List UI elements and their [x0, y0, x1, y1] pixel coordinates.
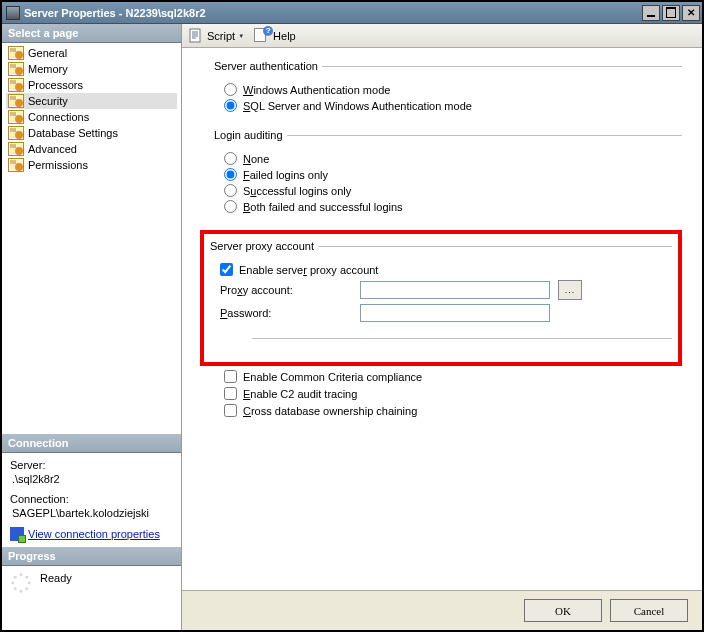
svg-point-5: [14, 587, 17, 590]
checkbox-cross-db[interactable]: [224, 404, 237, 417]
radio-audit-failed[interactable]: [224, 168, 237, 181]
page-icon: [8, 46, 24, 60]
select-page-header: Select a page: [2, 24, 181, 43]
svg-point-4: [20, 590, 23, 593]
proxy-browse-button[interactable]: ...: [558, 280, 582, 300]
radio-sql-windows-auth-label: SQL Server and Windows Authentication mo…: [243, 100, 472, 112]
window-icon: [6, 6, 20, 20]
svg-point-7: [14, 576, 17, 579]
radio-windows-auth[interactable]: [224, 83, 237, 96]
checkbox-c2-audit-label: Enable C2 audit tracing: [243, 388, 357, 400]
server-proxy-group: Server proxy account Enable server proxy…: [210, 240, 672, 328]
help-label: Help: [273, 30, 296, 42]
right-pane: Script ▼ ? Help Server authentication Wi…: [182, 24, 702, 630]
radio-sql-windows-auth[interactable]: [224, 99, 237, 112]
page-item-label: Connections: [28, 111, 89, 123]
server-authentication-legend: Server authentication: [214, 60, 322, 72]
page-item-memory[interactable]: Memory: [6, 61, 177, 77]
script-icon: [188, 28, 204, 44]
page-item-label: Permissions: [28, 159, 88, 171]
page-item-processors[interactable]: Processors: [6, 77, 177, 93]
checkbox-common-criteria-label: Enable Common Criteria compliance: [243, 371, 422, 383]
close-button[interactable]: [682, 5, 700, 21]
chevron-down-icon: ▼: [238, 33, 244, 39]
content-area: Server authentication Windows Authentica…: [182, 48, 702, 590]
page-item-connections[interactable]: Connections: [6, 109, 177, 125]
svg-point-1: [25, 576, 28, 579]
page-item-label: Processors: [28, 79, 83, 91]
page-item-security[interactable]: Security: [6, 93, 177, 109]
page-item-label: Security: [28, 95, 68, 107]
page-icon: [8, 126, 24, 140]
page-icon: [8, 158, 24, 172]
radio-audit-failed-label: Failed logins only: [243, 169, 328, 181]
page-list: General Memory Processors Security Conne…: [2, 43, 181, 175]
radio-windows-auth-label: Windows Authentication mode: [243, 84, 390, 96]
proxy-password-input[interactable]: [360, 304, 550, 322]
radio-audit-both-label: Both failed and successful logins: [243, 201, 403, 213]
page-icon: [8, 78, 24, 92]
maximize-button[interactable]: [662, 5, 680, 21]
progress-spinner-icon: [10, 572, 32, 594]
server-authentication-group: Server authentication Windows Authentica…: [214, 60, 682, 119]
proxy-password-label: Password:: [220, 307, 360, 319]
radio-audit-none[interactable]: [224, 152, 237, 165]
connection-header: Connection: [2, 434, 181, 453]
page-icon: [8, 110, 24, 124]
svg-point-3: [25, 587, 28, 590]
checkbox-c2-audit[interactable]: [224, 387, 237, 400]
connection-value: SAGEPL\bartek.kolodziejski: [12, 507, 173, 519]
connection-pane: Server: .\sql2k8r2 Connection: SAGEPL\ba…: [2, 453, 181, 547]
progress-pane: Ready: [2, 566, 181, 600]
svg-point-0: [20, 573, 23, 576]
radio-audit-none-label: None: [243, 153, 269, 165]
page-item-advanced[interactable]: Advanced: [6, 141, 177, 157]
connection-label: Connection:: [10, 493, 173, 505]
options-group: Options: [210, 332, 672, 352]
radio-audit-both[interactable]: [224, 200, 237, 213]
help-icon: ?: [254, 28, 270, 44]
svg-point-6: [11, 582, 14, 585]
svg-point-2: [28, 582, 31, 585]
page-item-permissions[interactable]: Permissions: [6, 157, 177, 173]
page-icon: [8, 62, 24, 76]
page-item-general[interactable]: General: [6, 45, 177, 61]
checkbox-cross-db-label: Cross database ownership chaining: [243, 405, 417, 417]
page-icon: [8, 94, 24, 108]
progress-header: Progress: [2, 547, 181, 566]
radio-audit-success-label: Successful logins only: [243, 185, 351, 197]
left-pane: Select a page General Memory Processors …: [2, 24, 182, 630]
proxy-account-input[interactable]: [360, 281, 550, 299]
page-item-label: General: [28, 47, 67, 59]
minimize-button[interactable]: [642, 5, 660, 21]
server-label: Server:: [10, 459, 173, 471]
page-item-label: Database Settings: [28, 127, 118, 139]
window-title: Server Properties - N2239\sql2k8r2: [24, 7, 640, 19]
proxy-account-label: Proxy account:: [220, 284, 360, 296]
server-proxy-legend: Server proxy account: [210, 240, 318, 252]
page-item-label: Memory: [28, 63, 68, 75]
radio-audit-success[interactable]: [224, 184, 237, 197]
cancel-button[interactable]: Cancel: [610, 599, 688, 622]
checkbox-common-criteria[interactable]: [224, 370, 237, 383]
network-icon: [10, 527, 24, 541]
script-label: Script: [207, 30, 235, 42]
page-item-label: Advanced: [28, 143, 77, 155]
view-connection-properties-link[interactable]: View connection properties: [28, 528, 160, 540]
checkbox-enable-proxy-label: Enable server proxy account: [239, 264, 378, 276]
progress-status: Ready: [40, 572, 72, 584]
server-proxy-highlight: Server proxy account Enable server proxy…: [200, 230, 682, 366]
titlebar[interactable]: Server Properties - N2239\sql2k8r2: [2, 2, 702, 24]
page-icon: [8, 142, 24, 156]
ok-button[interactable]: OK: [524, 599, 602, 622]
help-button[interactable]: ? Help: [254, 28, 296, 44]
server-value: .\sql2k8r2: [12, 473, 173, 485]
script-button[interactable]: Script ▼: [188, 28, 244, 44]
button-bar: OK Cancel: [182, 590, 702, 630]
login-auditing-legend: Login auditing: [214, 129, 287, 141]
checkbox-enable-proxy[interactable]: [220, 263, 233, 276]
toolbar: Script ▼ ? Help: [182, 24, 702, 48]
login-auditing-group: Login auditing None Failed logins only S…: [214, 129, 682, 220]
page-item-database-settings[interactable]: Database Settings: [6, 125, 177, 141]
